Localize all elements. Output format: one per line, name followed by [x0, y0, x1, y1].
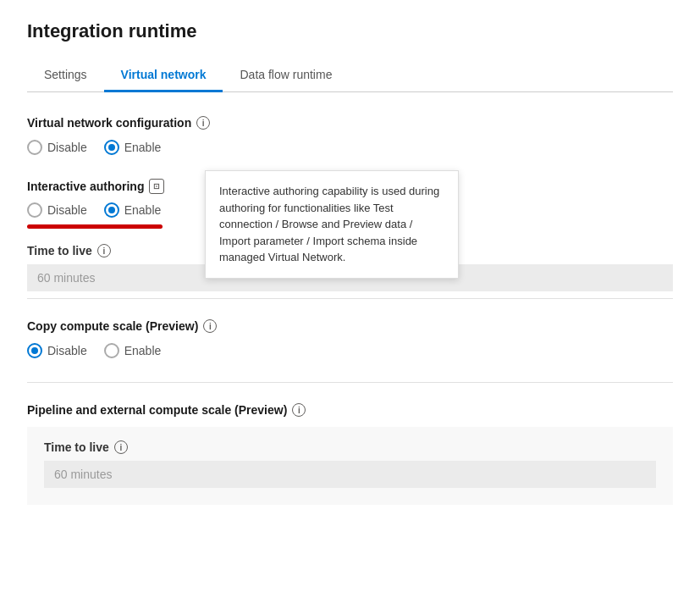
section-divider-1	[27, 298, 673, 299]
copy-compute-section: Copy compute scale (Preview) i Disable E…	[27, 319, 673, 358]
vnet-config-radio-group: Disable Enable	[27, 140, 673, 155]
interactive-authoring-tooltip: Interactive authoring capability is used…	[205, 170, 459, 279]
vnet-enable-radio[interactable]	[104, 140, 119, 155]
interactive-authoring-section: Interactive authoring ⊡ Disable Enable I…	[27, 179, 673, 291]
time-to-live-pipeline-container: Time to live i 60 minutes	[27, 427, 673, 505]
tabs-container: Settings Virtual network Data flow runti…	[27, 59, 673, 92]
copy-compute-title: Copy compute scale (Preview) i	[27, 319, 673, 333]
vnet-config-title: Virtual network configuration i	[27, 116, 673, 130]
time-to-live-pipeline-label: Time to live i	[44, 440, 656, 454]
vnet-enable-label[interactable]: Enable	[104, 140, 162, 155]
vnet-disable-label[interactable]: Disable	[27, 140, 87, 155]
section-divider-2	[27, 382, 673, 383]
pipeline-external-title: Pipeline and external compute scale (Pre…	[27, 403, 673, 417]
time-to-live-interactive-info-icon[interactable]: i	[97, 244, 111, 257]
pipeline-external-section: Pipeline and external compute scale (Pre…	[27, 403, 673, 505]
tab-data-flow-runtime[interactable]: Data flow runtime	[223, 59, 349, 92]
copy-compute-disable-label[interactable]: Disable	[27, 343, 87, 358]
copy-compute-enable-radio[interactable]	[104, 343, 119, 358]
tab-settings[interactable]: Settings	[27, 59, 104, 92]
interactive-enable-label[interactable]: Enable	[104, 202, 162, 218]
pipeline-external-info-icon[interactable]: i	[292, 403, 306, 417]
copy-compute-radio-group: Disable Enable	[27, 343, 673, 358]
interactive-disable-label[interactable]: Disable	[27, 202, 87, 218]
interactive-authoring-progress-bar	[27, 224, 163, 229]
interactive-enable-radio[interactable]	[104, 202, 119, 218]
vnet-disable-radio[interactable]	[27, 140, 42, 155]
page-title: Integration runtime	[27, 20, 673, 42]
interactive-authoring-icon[interactable]: ⊡	[149, 179, 164, 194]
copy-compute-enable-label[interactable]: Enable	[104, 343, 162, 358]
vnet-config-info-icon[interactable]: i	[196, 116, 210, 130]
vnet-config-section: Virtual network configuration i Disable …	[27, 116, 673, 155]
interactive-disable-radio[interactable]	[27, 202, 42, 218]
copy-compute-disable-radio[interactable]	[27, 343, 42, 358]
copy-compute-info-icon[interactable]: i	[203, 319, 217, 333]
tab-virtual-network[interactable]: Virtual network	[104, 59, 223, 92]
time-to-live-pipeline-info-icon[interactable]: i	[114, 440, 128, 454]
time-to-live-pipeline-input[interactable]: 60 minutes	[44, 461, 656, 488]
